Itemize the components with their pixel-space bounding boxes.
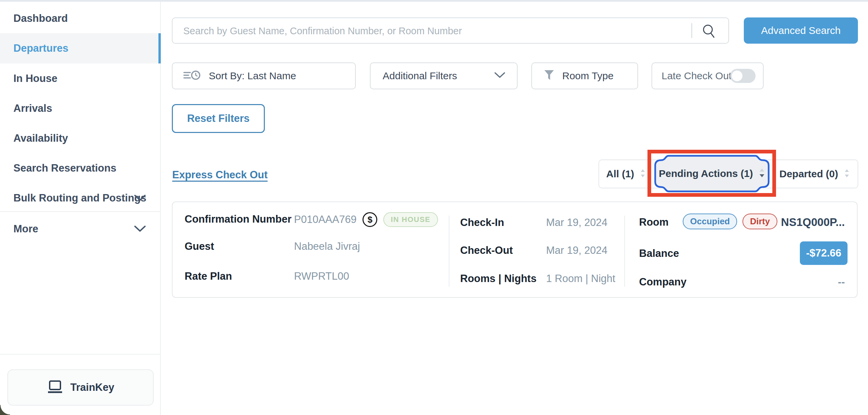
chevron-down-icon — [134, 192, 146, 204]
sidebar-item-in-house[interactable]: In House — [0, 63, 161, 94]
sidebar-item-label: Arrivals — [13, 102, 52, 115]
occupied-status-badge: Occupied — [683, 213, 737, 229]
sidebar-item-label: In House — [13, 72, 57, 85]
reservation-card[interactable]: Confirmation Number P010AAA769 $ IN HOUS… — [172, 202, 858, 298]
sidebar-item-label: Dashboard — [13, 12, 68, 25]
sidebar-item-label: Departures — [13, 42, 68, 54]
company-value: -- — [838, 275, 845, 289]
additional-filters-label: Additional Filters — [383, 70, 457, 82]
tab-all-label: All (1) — [606, 168, 634, 180]
sidebar: Dashboard Departures In House Arrivals A… — [0, 2, 161, 415]
caret-up-down-icon — [640, 169, 646, 179]
confirmation-number-group: P010AAA769 $ IN HOUSE — [294, 209, 438, 230]
search-divider — [691, 23, 692, 38]
caret-up-down-icon — [844, 169, 849, 179]
search-input[interactable] — [173, 18, 694, 43]
late-check-out-toggle[interactable] — [730, 69, 755, 83]
dollar-circle-icon[interactable]: $ — [363, 212, 377, 227]
room-number-value[interactable]: NS1Q000P... — [781, 215, 845, 229]
search-icon[interactable] — [701, 23, 717, 40]
chevron-down-icon — [134, 223, 146, 235]
rooms-nights-value: 1 Room | Night — [546, 272, 615, 286]
sidebar-item-label: Availability — [13, 132, 68, 144]
guest-value: Nabeela Jivraj — [294, 239, 360, 254]
dirty-status-badge: Dirty — [742, 213, 777, 229]
card-divider — [624, 215, 625, 287]
reset-filters-button[interactable]: Reset Filters — [172, 104, 265, 133]
balance-amount-badge[interactable]: -$72.66 — [800, 241, 847, 265]
advanced-search-button[interactable]: Advanced Search — [744, 18, 858, 43]
room-type-filter-button[interactable]: Room Type — [531, 62, 638, 89]
rate-plan-label: Rate Plan — [185, 269, 232, 284]
confirmation-number-value: P010AAA769 — [294, 212, 356, 227]
sort-by-button[interactable]: Sort By: Last Name — [172, 62, 356, 89]
tab-departed-label: Departed (0) — [779, 168, 838, 180]
rate-plan-value: RWPRTL00 — [294, 269, 349, 284]
check-out-value: Mar 19, 2024 — [546, 243, 608, 258]
search-box — [172, 18, 729, 43]
trainkey-label: TrainKey — [70, 381, 115, 393]
tab-pending-actions[interactable]: Pending Actions (1) — [656, 156, 767, 191]
additional-filters-dropdown[interactable]: Additional Filters — [370, 62, 518, 89]
caret-up-down-icon — [759, 168, 765, 179]
sort-by-label: Sort By: Last Name — [209, 70, 296, 82]
sidebar-item-label: More — [13, 223, 38, 235]
window-corner-background — [0, 405, 10, 415]
sort-icon — [183, 69, 202, 83]
room-type-label: Room Type — [562, 70, 614, 82]
trainkey-button[interactable]: TrainKey — [7, 369, 154, 406]
check-out-label: Check-Out — [460, 243, 513, 258]
check-in-value: Mar 19, 2024 — [546, 215, 608, 230]
rooms-nights-label: Rooms | Nights — [460, 272, 536, 286]
in-house-status-badge: IN HOUSE — [383, 212, 438, 227]
tab-all[interactable]: All (1) — [606, 159, 646, 188]
express-check-out-link[interactable]: Express Check Out — [172, 169, 268, 181]
confirmation-number-label: Confirmation Number — [185, 212, 292, 226]
sidebar-item-label: Bulk Routing and Postings — [13, 192, 146, 204]
sidebar-item-bulk-routing[interactable]: Bulk Routing and Postings — [0, 183, 161, 213]
company-label: Company — [639, 275, 686, 289]
chevron-down-icon — [494, 72, 505, 80]
sidebar-item-label: Search Reservations — [13, 162, 117, 174]
late-check-out-label: Late Check Out — [661, 70, 732, 82]
sidebar-bottom-divider — [0, 354, 160, 355]
dollar-symbol: $ — [368, 214, 372, 225]
card-divider — [449, 215, 450, 287]
funnel-icon — [544, 69, 555, 82]
laptop-icon — [47, 380, 63, 395]
sidebar-item-more[interactable]: More — [0, 214, 161, 244]
tab-departed[interactable]: Departed (0) — [779, 159, 849, 188]
balance-label: Balance — [639, 246, 679, 261]
toggle-knob — [732, 70, 742, 81]
tab-pending-actions-label: Pending Actions (1) — [659, 168, 753, 179]
sidebar-item-arrivals[interactable]: Arrivals — [0, 93, 161, 124]
sidebar-divider — [0, 211, 160, 212]
late-check-out-filter: Late Check Out — [651, 62, 764, 89]
departures-page: Dashboard Departures In House Arrivals A… — [0, 0, 868, 415]
room-label: Room — [639, 215, 669, 229]
room-status-badges: Occupied Dirty — [683, 213, 777, 229]
sidebar-item-search-reservations[interactable]: Search Reservations — [0, 153, 161, 183]
sidebar-item-dashboard[interactable]: Dashboard — [0, 3, 161, 34]
sidebar-item-departures[interactable]: Departures — [0, 33, 161, 63]
sidebar-item-availability[interactable]: Availability — [0, 123, 161, 153]
check-in-label: Check-In — [460, 215, 504, 230]
guest-label: Guest — [185, 239, 214, 254]
